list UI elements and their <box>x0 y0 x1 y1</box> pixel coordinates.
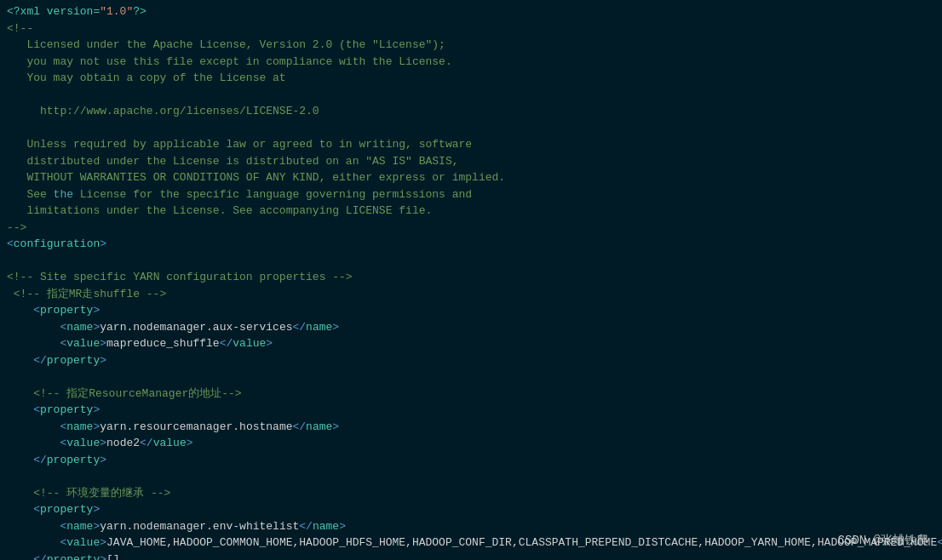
line-1: <?xml version="1.0"?> <box>7 3 935 20</box>
comment-line-9: Unless required by applicable law or agr… <box>7 136 472 153</box>
tag-property-close-3: > <box>93 501 100 518</box>
tag-property-open-1: < <box>7 302 40 319</box>
tag-value-end-3: </ <box>937 534 942 551</box>
line-5: You may obtain a copy of the License at <box>7 70 935 87</box>
element-property-end-1: property <box>47 352 100 369</box>
line-30: <!-- 环境变量的继承 --> <box>7 485 935 502</box>
element-configuration: configuration <box>14 236 100 253</box>
comment-line-11: WITHOUT WARRANTIES OR CONDITIONS OF ANY … <box>7 169 505 186</box>
name-value-1: yarn.nodemanager.aux-services <box>100 319 292 336</box>
element-property-end-3: property <box>47 551 100 561</box>
element-value-1: value <box>66 335 100 352</box>
element-property-3: property <box>40 501 93 518</box>
tag-name-open-3: < <box>7 518 66 535</box>
watermark: CSDN @张蛐铁爬 <box>838 532 928 550</box>
comment-open: <!-- <box>7 20 33 37</box>
tag-name-open-1: < <box>7 319 66 336</box>
element-name-1: name <box>66 319 93 336</box>
line-33: <value>JAVA_HOME,HADOOP_COMMON_HOME,HADO… <box>7 534 935 551</box>
tag-name-end-close-2: > <box>332 419 339 436</box>
element-value-end-2: value <box>153 435 187 452</box>
tag-name-close-1: > <box>93 319 100 336</box>
line-3: Licensed under the Apache License, Versi… <box>7 37 935 54</box>
tag-value-end-close-2: > <box>187 435 193 452</box>
element-value-3: value <box>66 534 100 551</box>
value-text-1: mapreduce_shuffle <box>106 335 220 352</box>
tag-name-end-close-3: > <box>339 518 346 535</box>
tag-property-end-close-1: > <box>100 352 106 369</box>
line-26: <name>yarn.resourcemanager.hostname</nam… <box>7 419 935 436</box>
line-13: limitations under the License. See accom… <box>7 203 935 220</box>
tag-property-end-close-3: > <box>100 551 106 561</box>
line-27: <value>node2</value> <box>7 435 935 452</box>
element-value-2: value <box>66 435 100 452</box>
comment-line-3: Licensed under the Apache License, Versi… <box>7 37 445 54</box>
line-23 <box>7 369 935 386</box>
line-20: <name>yarn.nodemanager.aux-services</nam… <box>7 319 935 336</box>
line-34: </property>[] <box>7 551 935 561</box>
tag-property-end-open-2: </ <box>7 452 47 469</box>
tag-name-close-2: > <box>93 419 100 436</box>
line-24: <!-- 指定ResourceManager的地址--> <box>7 386 935 403</box>
comment-line-13: limitations under the License. See accom… <box>7 203 432 220</box>
comment-env-whitelist: <!-- 环境变量的继承 --> <box>7 485 170 502</box>
tag-value-end-2: </ <box>140 435 153 452</box>
element-name-end-2: name <box>306 419 332 436</box>
comment-line-12: See the License for the specific languag… <box>7 186 472 203</box>
tag-property-end-open-3: </ <box>7 551 47 561</box>
comment-line-4: you may not use this file except in comp… <box>7 54 452 71</box>
line-28: </property> <box>7 452 935 469</box>
line-17: <!-- Site specific YARN configuration pr… <box>7 269 935 286</box>
line-10: distributed under the License is distrib… <box>7 153 935 170</box>
element-property-1: property <box>40 302 93 319</box>
tag-value-end-1: </ <box>220 335 233 352</box>
name-value-2: yarn.resourcemanager.hostname <box>100 419 292 436</box>
cursor-indicator: [] <box>106 551 120 561</box>
line-19: <property> <box>7 302 935 319</box>
tag-value-open-2: < <box>7 435 66 452</box>
element-property-2: property <box>40 402 93 419</box>
line-7: http://www.apache.org/licenses/LICENSE-2… <box>7 103 935 120</box>
tag-property-close-2: > <box>93 402 100 419</box>
line-29 <box>7 468 935 485</box>
value-text-2: node2 <box>106 435 140 452</box>
tag-name-end-close-1: > <box>332 319 339 336</box>
comment-yarn: <!-- Site specific YARN configuration pr… <box>7 269 353 286</box>
tag-property-end-close-2: > <box>100 452 106 469</box>
comment-resourcemanager: <!-- 指定ResourceManager的地址--> <box>7 386 242 403</box>
element-property-end-2: property <box>47 452 100 469</box>
line-15: <configuration> <box>7 236 935 253</box>
element-name-end-3: name <box>313 518 339 535</box>
tag-property-close-1: > <box>93 302 100 319</box>
element-name-end-1: name <box>306 319 332 336</box>
tag-value-open-1: < <box>7 335 66 352</box>
tag-value-close-2: > <box>100 435 106 452</box>
tag-configuration-open: < <box>7 236 14 253</box>
tag-name-open-2: < <box>7 419 66 436</box>
tag-name-end-1: </ <box>293 319 307 336</box>
line-25: <property> <box>7 402 935 419</box>
line-2: <!-- <box>7 20 935 37</box>
name-value-3: yarn.nodemanager.env-whitelist <box>100 518 299 535</box>
line-6 <box>7 87 935 104</box>
element-name-2: name <box>66 419 93 436</box>
tag-configuration-close: > <box>100 236 106 253</box>
value-text-3: JAVA_HOME,HADOOP_COMMON_HOME,HADOOP_HDFS… <box>106 534 937 551</box>
xml-declaration: <?xml version="1.0"?> <box>7 3 146 20</box>
tag-value-end-close-1: > <box>266 335 273 352</box>
tag-name-end-3: </ <box>299 518 313 535</box>
line-16 <box>7 253 935 270</box>
tag-value-close-3: > <box>100 534 106 551</box>
comment-line-7: http://www.apache.org/licenses/LICENSE-2… <box>7 103 319 120</box>
tag-property-end-open-1: </ <box>7 352 47 369</box>
code-editor: <?xml version="1.0"?> <!-- Licensed unde… <box>0 0 942 560</box>
element-name-3: name <box>66 518 93 535</box>
line-4: you may not use this file except in comp… <box>7 54 935 71</box>
line-12: See the License for the specific languag… <box>7 186 935 203</box>
line-18: <!-- 指定MR走shuffle --> <box>7 286 935 303</box>
line-32: <name>yarn.nodemanager.env-whitelist</na… <box>7 518 935 535</box>
line-14: --> <box>7 220 935 237</box>
tag-value-open-3: < <box>7 534 66 551</box>
line-9: Unless required by applicable law or agr… <box>7 136 935 153</box>
line-8 <box>7 120 935 137</box>
